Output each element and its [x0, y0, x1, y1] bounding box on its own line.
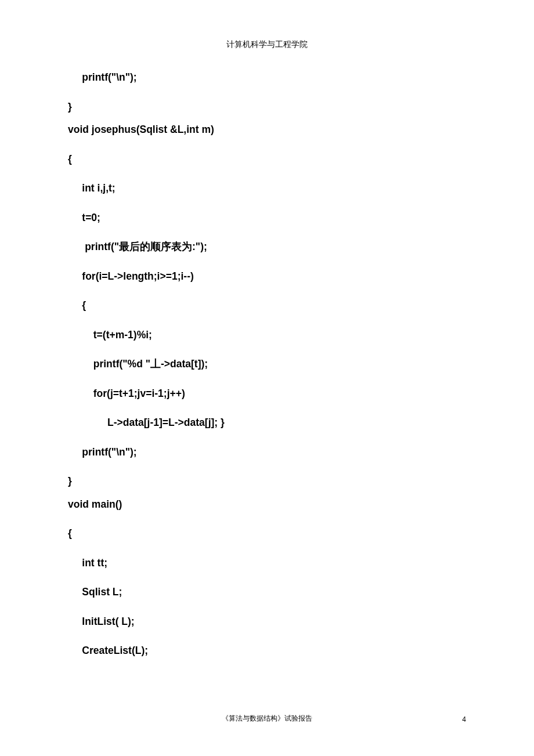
- code-line: int tt;: [68, 558, 466, 569]
- code-line: void josephus(Sqlist &L,int m): [68, 125, 466, 135]
- page-number: 4: [462, 715, 466, 724]
- code-line: printf("\n");: [68, 447, 466, 458]
- code-line: {: [68, 301, 466, 311]
- code-line: for(i=L->length;i>=1;i--): [68, 272, 466, 282]
- code-line: void main(): [68, 500, 466, 510]
- code-line: printf("\n");: [68, 73, 466, 83]
- code-line: {: [68, 154, 466, 165]
- page-footer: 《算法与数据结构》试验报告: [0, 714, 534, 724]
- code-line: L->data[j-1]=L->data[j]; }: [68, 418, 466, 428]
- code-line: t=(t+m-1)%i;: [68, 330, 466, 341]
- code-line: CreateList(L);: [68, 646, 466, 656]
- code-line: for(j=t+1;jv=i-1;j++): [68, 389, 466, 399]
- code-line: int i,j,t;: [68, 183, 466, 194]
- code-line: }: [68, 476, 466, 487]
- code-line: Sqlist L;: [68, 587, 466, 598]
- code-block: printf("\n"); } void josephus(Sqlist &L,…: [68, 73, 466, 675]
- code-line: printf("最后的顺序表为:");: [68, 242, 466, 252]
- page-header: 计算机科学与工程学院: [0, 39, 534, 50]
- code-line: printf("%d "丄->data[t]);: [68, 359, 466, 370]
- code-line: t=0;: [68, 213, 466, 223]
- code-line: {: [68, 529, 466, 539]
- code-line: }: [68, 102, 466, 113]
- code-line: InitList( L);: [68, 617, 466, 627]
